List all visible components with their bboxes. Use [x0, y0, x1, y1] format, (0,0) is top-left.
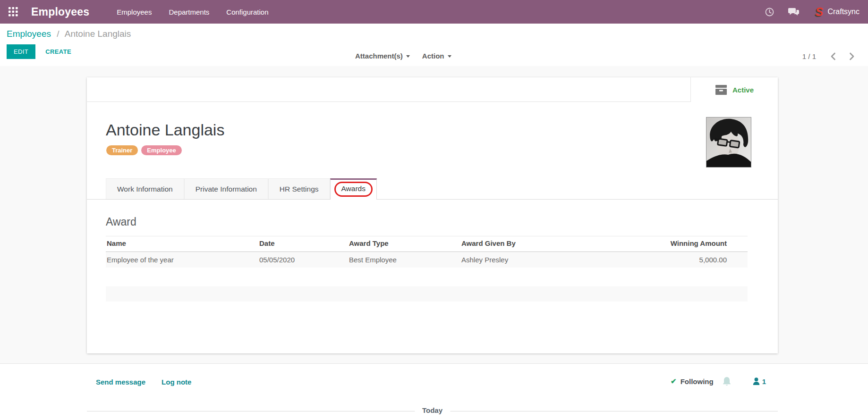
pager: 1 / 1: [802, 51, 858, 62]
subscription-bell-button[interactable]: [723, 377, 731, 386]
employee-tags: Trainer Employee: [106, 145, 778, 155]
nav-item-employees[interactable]: Employees: [117, 8, 152, 16]
tab-awards[interactable]: Awards: [330, 178, 377, 200]
edit-button[interactable]: EDIT: [7, 44, 35, 59]
empty-list-footer-row: [106, 286, 748, 302]
check-icon: ✔: [671, 377, 677, 385]
tab-work-information[interactable]: Work Information: [106, 178, 184, 199]
cell-award-name: Employee of the year: [106, 252, 258, 268]
tab-hr-settings[interactable]: HR Settings: [268, 178, 330, 199]
nav-item-departments[interactable]: Departments: [169, 8, 209, 16]
send-message-button[interactable]: Send message: [96, 378, 145, 386]
caret-down-icon: [406, 55, 410, 58]
followers-count-button[interactable]: 1: [753, 377, 766, 385]
user-menu[interactable]: S Craftsync: [816, 6, 859, 18]
user-icon: [753, 377, 760, 385]
cell-award-date: 05/05/2020: [258, 252, 348, 268]
cell-winning-amount: 5,000.00: [628, 252, 748, 268]
award-section-title: Award: [106, 216, 778, 228]
breadcrumb-link-employees[interactable]: Employees: [7, 29, 51, 39]
top-navigation: Employees Departments Configuration: [117, 8, 285, 16]
following-label: Following: [681, 377, 714, 385]
employee-photo: [706, 117, 751, 168]
today-divider: Today: [87, 411, 778, 411]
column-header-award-given-by[interactable]: Award Given By: [460, 236, 628, 252]
attachments-dropdown-label: Attachment(s): [355, 52, 403, 60]
form-sheet: Active: [87, 77, 778, 353]
company-name: Craftsync: [827, 8, 859, 16]
awards-tab-content: Award Name Date Award Type Award Given B…: [87, 216, 778, 302]
active-stat-label: Active: [732, 86, 754, 94]
active-stat-button[interactable]: Active: [690, 77, 778, 102]
cell-award-given-by: Ashley Presley: [460, 252, 628, 268]
top-bar: Employees Employees Departments Configur…: [0, 0, 868, 24]
employee-name: Antoine Langlais: [106, 121, 778, 139]
cell-award-type: Best Employee: [348, 252, 460, 268]
attachments-dropdown[interactable]: Attachment(s): [355, 52, 410, 60]
messages-button[interactable]: [788, 8, 800, 17]
pager-next-button[interactable]: [846, 51, 858, 62]
notebook-tabs: Work Information Private Information HR …: [87, 178, 778, 200]
pager-previous-button[interactable]: [827, 51, 839, 62]
control-panel: Employees / Antoine Langlais EDIT CREATE…: [0, 24, 868, 66]
tab-private-information[interactable]: Private Information: [184, 178, 268, 199]
log-note-button[interactable]: Log note: [162, 378, 191, 386]
chevron-right-icon: [849, 52, 855, 60]
apps-menu-button[interactable]: [7, 5, 20, 18]
chevron-left-icon: [830, 52, 836, 60]
column-header-name[interactable]: Name: [106, 236, 258, 252]
award-table-row[interactable]: Employee of the year 05/05/2020 Best Emp…: [106, 252, 748, 268]
activities-button[interactable]: [765, 8, 774, 17]
follower-controls: ✔ Following 1: [671, 377, 766, 386]
following-button[interactable]: ✔ Following: [671, 377, 714, 385]
create-button[interactable]: CREATE: [45, 48, 71, 55]
chatter: Send message Log note ✔ Following 1 Toda…: [0, 363, 868, 419]
column-header-award-type[interactable]: Award Type: [348, 236, 460, 252]
company-logo-icon: S: [816, 6, 824, 18]
chat-bubble-icon: [788, 8, 800, 17]
nav-item-configuration[interactable]: Configuration: [226, 8, 268, 16]
caret-down-icon: [448, 55, 451, 58]
awards-table: Name Date Award Type Award Given By Winn…: [106, 236, 748, 268]
stat-button-box: Active: [87, 77, 778, 102]
follower-count: 1: [762, 377, 766, 385]
form-view-background: Active: [0, 66, 868, 363]
column-header-date[interactable]: Date: [258, 236, 348, 252]
bell-icon: [723, 377, 731, 386]
employee-portrait-image: [706, 117, 751, 167]
archive-box-icon: [715, 85, 727, 95]
chatter-buttons: Send message Log note: [96, 378, 207, 386]
breadcrumb-current: Antoine Langlais: [65, 29, 131, 39]
action-dropdown[interactable]: Action: [422, 52, 451, 60]
action-dropdown-label: Action: [422, 52, 444, 60]
tag-employee: Employee: [141, 145, 181, 155]
tag-trainer: Trainer: [106, 145, 138, 155]
app-title: Employees: [31, 6, 89, 18]
awards-table-header-row: Name Date Award Type Award Given By Winn…: [106, 236, 748, 252]
control-panel-dropdowns: Attachment(s) Action: [355, 52, 464, 60]
annotation-highlight: Awards: [334, 182, 373, 197]
clock-icon: [765, 8, 774, 17]
breadcrumb: Employees / Antoine Langlais: [7, 29, 868, 39]
column-header-winning-amount[interactable]: Winning Amount: [628, 236, 748, 252]
today-divider-label: Today: [415, 406, 450, 414]
breadcrumb-separator: /: [57, 29, 59, 39]
pager-value: 1 / 1: [802, 52, 816, 60]
apps-grid-icon: [9, 7, 18, 17]
topbar-right: S Craftsync: [751, 6, 859, 18]
